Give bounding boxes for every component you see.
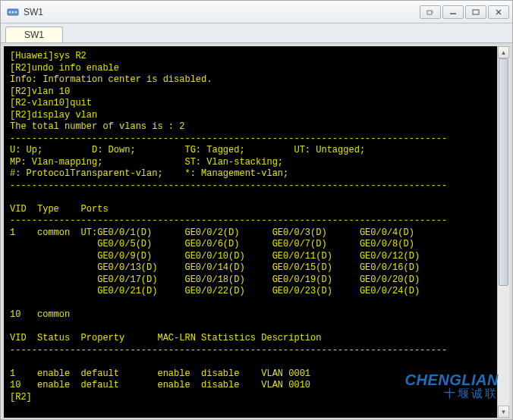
window-titlebar: SW1 [1, 1, 512, 24]
terminal-container: [Huawei]sys R2 [R2]undo info enable Info… [1, 43, 512, 420]
tab-sw1[interactable]: SW1 [5, 27, 63, 42]
aux-button[interactable] [420, 5, 441, 19]
svg-rect-7 [473, 10, 479, 14]
vertical-scrollbar[interactable]: ▲ ▼ [497, 46, 509, 418]
minimize-button[interactable] [442, 5, 464, 19]
svg-rect-1 [9, 11, 11, 13]
svg-rect-2 [12, 11, 14, 13]
window-title: SW1 [24, 7, 420, 17]
maximize-button[interactable] [465, 5, 486, 19]
svg-rect-4 [427, 11, 432, 14]
scroll-up-arrow[interactable]: ▲ [498, 46, 509, 58]
scroll-thumb[interactable] [499, 58, 508, 286]
svg-rect-3 [15, 11, 17, 13]
app-icon [7, 6, 19, 18]
window-controls [420, 5, 509, 19]
scroll-down-arrow[interactable]: ▼ [498, 406, 509, 418]
tabs-row: SW1 [1, 24, 512, 43]
terminal[interactable]: [Huawei]sys R2 [R2]undo info enable Info… [4, 46, 509, 418]
close-button[interactable] [488, 5, 509, 19]
